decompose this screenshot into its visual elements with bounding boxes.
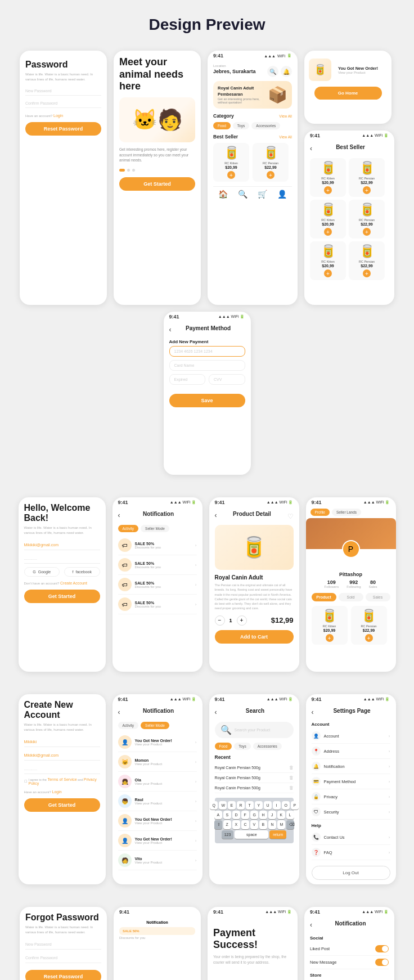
seller-product-2[interactable]: 🥫RC Persian$22,99+	[351, 606, 387, 645]
ca-email-input[interactable]: Mikikiki@gmail.com	[24, 750, 100, 761]
search-bar[interactable]: 🔍 Search your Product	[215, 722, 294, 738]
heart-icon-pd[interactable]: ♡	[287, 513, 294, 520]
email-input[interactable]: Mikikiki@gmail.com	[24, 540, 100, 550]
qty-minus-btn[interactable]: −	[215, 615, 225, 626]
key-s[interactable]: S	[223, 811, 231, 819]
key-t[interactable]: T	[246, 801, 254, 810]
name-input[interactable]: Mikikiki	[24, 737, 100, 747]
key-123[interactable]: 123	[222, 830, 234, 839]
profile-tab[interactable]: Profile	[310, 509, 330, 516]
search-icon-btn[interactable]: 🔍	[267, 66, 278, 77]
notif-item-1[interactable]: 🏷 SALE 50% Discounts for you ›	[118, 536, 197, 555]
key-space[interactable]: space	[235, 830, 268, 839]
key-v[interactable]: V	[250, 820, 258, 829]
seller-tab-2[interactable]: Seller Mode	[141, 722, 169, 729]
product-card-2[interactable]: 🥫 RC Persian $22,99 +	[253, 143, 289, 182]
seller-lands-tab[interactable]: Seller Lands	[332, 509, 361, 516]
pill-food[interactable]: Food	[213, 122, 231, 129]
settings-faq[interactable]: ❓FAQ ›	[312, 845, 390, 860]
search-nav-icon[interactable]: 🔍	[238, 190, 248, 199]
add-bs-5[interactable]: +	[324, 269, 332, 277]
profile-nav-icon[interactable]: 👤	[277, 190, 287, 199]
product-tab-btn[interactable]: Product	[312, 593, 336, 601]
facebook-btn[interactable]: f facebook	[64, 567, 100, 577]
key-shift[interactable]: ⇧	[214, 820, 222, 829]
notif-item-3[interactable]: 🏷 SALE 50% Discounts for you ›	[118, 575, 197, 595]
key-u[interactable]: U	[264, 801, 272, 810]
key-y[interactable]: Y	[255, 801, 263, 810]
home-nav-icon[interactable]: 🏠	[218, 190, 228, 199]
new-password-input[interactable]: New Password	[25, 87, 101, 96]
pill-accessories[interactable]: Accessories	[251, 122, 280, 129]
search-pill-accessories[interactable]: Accessories	[253, 743, 282, 750]
key-del[interactable]: ⌫	[286, 820, 294, 829]
notif2-item-1[interactable]: 👤 You Got New Order!View your Product ›	[118, 732, 197, 752]
notif-item-4[interactable]: 🏷 SALE 50% Discounts for you ›	[118, 595, 197, 614]
notif2-item-6[interactable]: 👤 You Got New Order!View your Product ›	[118, 831, 197, 851]
liked-post-setting[interactable]: Liked Post	[310, 942, 389, 956]
create-account-link[interactable]: Create Account	[60, 581, 87, 585]
add-seller-2[interactable]: +	[365, 634, 373, 642]
category-view-all[interactable]: View All	[279, 114, 292, 118]
notif2-item-3[interactable]: 👧 OlaView your Product ›	[118, 772, 197, 792]
seller-product-1[interactable]: 🥫RC Kitten$20,99+	[312, 606, 348, 645]
fp-new-password[interactable]: New Password	[25, 939, 101, 950]
dot-2[interactable]	[127, 169, 130, 172]
ca-get-started-button[interactable]: Get Started	[24, 798, 100, 812]
seller-tab[interactable]: Seller Mode	[141, 525, 169, 532]
get-started-button[interactable]: Get Started	[119, 177, 195, 191]
logout-button[interactable]: Log Out	[312, 866, 390, 880]
key-p[interactable]: P	[291, 801, 299, 810]
fp-confirm-password[interactable]: Confirm Password	[25, 953, 101, 963]
save-payment-button[interactable]: Save	[169, 394, 245, 407]
login-link[interactable]: Login	[53, 114, 63, 118]
add-bs-1[interactable]: +	[324, 186, 332, 194]
add-bs-6[interactable]: +	[363, 269, 371, 277]
cvv-input[interactable]: CVV	[209, 374, 245, 385]
settings-account[interactable]: 👤Account ›	[312, 729, 390, 744]
card-name-input[interactable]: Card Name	[169, 360, 245, 371]
key-h[interactable]: H	[259, 811, 267, 819]
dot-3[interactable]	[132, 169, 135, 172]
key-q[interactable]: Q	[210, 801, 218, 810]
new-message-toggle[interactable]	[375, 959, 389, 966]
add-seller-1[interactable]: +	[326, 634, 334, 642]
key-k[interactable]: K	[277, 811, 285, 819]
cart-nav-icon[interactable]: 🛒	[258, 190, 267, 199]
bs-product-6[interactable]: 🥫RC Persian$22,99+	[349, 241, 385, 280]
settings-address[interactable]: 📍Address ›	[312, 744, 390, 759]
key-o[interactable]: O	[282, 801, 290, 810]
key-f[interactable]: F	[241, 811, 249, 819]
notif-item-2[interactable]: 🏷 SALE 50% Discounts for you ›	[118, 555, 197, 575]
reset-password-button[interactable]: Reset Password	[25, 122, 101, 136]
add-bs-2[interactable]: +	[363, 186, 371, 194]
bs-product-5[interactable]: 🥫RC Kitten$20,99+	[310, 241, 346, 280]
login-get-started-button[interactable]: Get Started	[24, 590, 100, 603]
key-m[interactable]: M	[277, 820, 285, 829]
bs-product-4[interactable]: 🥫RC Persian$22,99+	[349, 200, 385, 239]
key-j[interactable]: J	[268, 811, 276, 819]
settings-privacy[interactable]: 🔒Privacy ›	[312, 789, 390, 804]
add-btn-2[interactable]: +	[267, 171, 274, 179]
dot-1[interactable]	[119, 169, 125, 172]
product-card-1[interactable]: 🥫 RC Kitten $20,99 +	[213, 143, 249, 182]
recent-item-2[interactable]: Royal Canin Persian 500g 🗑	[215, 773, 294, 783]
notif2-item-4[interactable]: 👦 RaulView your Product ›	[118, 792, 197, 811]
key-r[interactable]: R	[237, 801, 245, 810]
bell-icon-btn[interactable]: 🔔	[281, 66, 292, 77]
bs-product-2[interactable]: 🥫RC Persian$22,99+	[349, 158, 385, 197]
settings-notification[interactable]: 🔔Notification ›	[312, 759, 390, 774]
key-d[interactable]: D	[232, 811, 240, 819]
fp-reset-button[interactable]: Reset Password	[25, 970, 101, 980]
google-btn[interactable]: G Google	[24, 567, 60, 577]
settings-security[interactable]: 🛡Security ›	[312, 804, 390, 820]
add-to-cart-button[interactable]: Add to Cart	[215, 630, 294, 644]
liked-post-toggle[interactable]	[375, 945, 389, 952]
key-c[interactable]: C	[241, 820, 249, 829]
key-n[interactable]: N	[268, 820, 276, 829]
key-e[interactable]: E	[228, 801, 236, 810]
key-a[interactable]: A	[214, 811, 222, 819]
sales-tab-btn[interactable]: Sales	[366, 593, 390, 601]
key-w[interactable]: W	[219, 801, 227, 810]
key-return[interactable]: return	[269, 830, 286, 839]
